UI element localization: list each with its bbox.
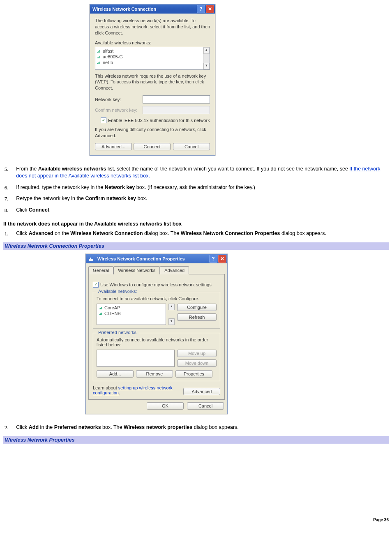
page-number: Page 36	[3, 518, 389, 522]
preferred-networks-list[interactable]	[97, 350, 175, 367]
network-name: ae8005-G	[103, 54, 123, 59]
signal-icon	[97, 60, 101, 64]
list-item[interactable]: CoreAP	[99, 305, 164, 311]
cancel-button[interactable]: Cancel	[187, 402, 224, 410]
scroll-up-icon[interactable]: ▴	[203, 47, 210, 54]
advanced-button[interactable]: Advanced...	[95, 143, 132, 150]
svg-rect-6	[97, 63, 98, 64]
add-button[interactable]: Add...	[97, 370, 134, 378]
svg-rect-8	[99, 62, 100, 64]
svg-rect-12	[100, 308, 101, 309]
available-networks-list[interactable]: ulfast ae8005-G net-b ▴ ▾	[95, 47, 210, 70]
svg-rect-14	[99, 314, 100, 315]
list-item[interactable]: ulfast	[97, 48, 201, 54]
dialog-title: Wireless Network Connection	[92, 7, 156, 12]
scrollbar[interactable]: ▴ ▾	[168, 304, 175, 325]
dialog-titlebar: Wireless Network Connection Properties ?…	[86, 254, 227, 263]
network-name: net-b	[103, 60, 113, 65]
list-item: From the Available wireless networks lis…	[16, 166, 389, 180]
signal-icon	[97, 55, 101, 59]
svg-rect-0	[97, 52, 98, 53]
list-item: Retype the network key in the Confirm ne…	[16, 195, 389, 203]
list-item[interactable]: CLIENB	[99, 311, 164, 316]
svg-rect-1	[99, 51, 99, 53]
signal-icon	[99, 306, 103, 310]
available-desc: To connect to an available network, clic…	[97, 296, 217, 301]
connect-button[interactable]: Connect	[134, 143, 171, 150]
bluebar-network-properties: Wireless Network Properties	[3, 436, 389, 444]
available-networks-list[interactable]: CoreAP CLIENB	[97, 304, 166, 325]
available-networks-label: Available wireless networks:	[95, 40, 210, 45]
use-windows-label: Use Windows to configure my wireless net…	[100, 282, 212, 287]
network-key-label: Network key:	[95, 97, 139, 102]
learn-about-text: Learn about setting up wireless network …	[93, 385, 175, 395]
signal-icon	[97, 49, 101, 53]
svg-rect-5	[99, 56, 100, 58]
list-item: Click Add in the Preferred networks box.…	[16, 424, 389, 431]
checkbox-icon: ✓	[101, 117, 106, 123]
list-item[interactable]: net-b	[97, 60, 201, 65]
move-up-button: Move up	[177, 350, 217, 357]
signal-icon	[99, 311, 103, 315]
network-key-input[interactable]	[143, 95, 210, 104]
close-icon[interactable]: ✕	[206, 5, 214, 13]
refresh-button[interactable]: Refresh	[177, 313, 217, 321]
scroll-down-icon[interactable]: ▾	[168, 318, 175, 325]
checkbox-icon: ✓	[93, 282, 99, 288]
svg-rect-10	[90, 258, 91, 259]
tab-advanced[interactable]: Advanced	[160, 266, 189, 274]
tabs: General Wireless Networks Advanced	[86, 263, 227, 274]
network-name: CoreAP	[104, 305, 120, 310]
scroll-up-icon[interactable]: ▴	[168, 304, 175, 310]
configure-button[interactable]: Configure	[177, 304, 217, 311]
list-item: Click Connect.	[16, 207, 389, 214]
wep-note: This wireless network requires the use o…	[95, 73, 210, 92]
preferred-desc: Automatically connect to available netwo…	[97, 337, 217, 347]
enable-8021x-checkbox[interactable]: ✓ Enable IEEE 802.1x authentication for …	[101, 117, 210, 123]
confirm-key-label: Confirm network key:	[95, 108, 139, 113]
svg-rect-15	[100, 313, 101, 315]
scrollbar[interactable]: ▴ ▾	[203, 47, 210, 69]
bluebar-properties: Wireless Network Connection Properties	[3, 242, 389, 250]
svg-rect-4	[99, 57, 99, 58]
svg-rect-16	[101, 313, 102, 315]
svg-rect-13	[101, 307, 102, 309]
available-networks-group: Available networks: To connect to an ava…	[93, 292, 220, 329]
list-item: Click Advanced on the Wireless Network C…	[16, 230, 389, 237]
wireless-connection-dialog: Wireless Network Connection ? ✕ The foll…	[90, 4, 215, 156]
group-legend: Available networks:	[97, 289, 139, 294]
svg-rect-7	[99, 62, 99, 64]
move-down-button: Move down	[177, 359, 217, 367]
close-icon[interactable]: ✕	[218, 255, 226, 263]
ok-button[interactable]: OK	[147, 402, 184, 410]
group-legend: Preferred networks:	[97, 330, 139, 335]
use-windows-checkbox[interactable]: ✓ Use Windows to configure my wireless n…	[93, 282, 220, 288]
help-icon[interactable]: ?	[209, 255, 217, 263]
cancel-button[interactable]: Cancel	[173, 143, 210, 150]
network-name: CLIENB	[104, 311, 121, 316]
dialog-titlebar: Wireless Network Connection ? ✕	[90, 5, 215, 14]
dialog-title: Wireless Network Connection Properties	[97, 256, 185, 261]
tab-wireless-networks[interactable]: Wireless Networks	[113, 266, 160, 274]
section-heading: If the network does not appear in the Av…	[3, 221, 389, 227]
dialog-intro: The following wireless network(s) are av…	[95, 18, 210, 36]
advanced-button[interactable]: Advanced	[183, 388, 220, 395]
svg-rect-11	[99, 309, 100, 309]
wireless-icon	[88, 256, 94, 262]
confirm-key-input	[143, 106, 210, 114]
difficulty-note: If you are having difficulty connecting …	[95, 127, 210, 139]
list-item[interactable]: ae8005-G	[97, 54, 201, 60]
svg-rect-2	[99, 50, 100, 53]
wireless-properties-dialog: Wireless Network Connection Properties ?…	[85, 254, 228, 414]
scroll-down-icon[interactable]: ▾	[203, 63, 210, 69]
preferred-networks-group: Preferred networks: Automatically connec…	[93, 333, 220, 381]
svg-rect-9	[89, 259, 93, 261]
help-icon[interactable]: ?	[197, 5, 205, 13]
network-name: ulfast	[103, 48, 113, 53]
svg-rect-3	[97, 58, 98, 58]
properties-button[interactable]: Properties	[175, 370, 212, 378]
remove-button[interactable]: Remove	[136, 370, 173, 378]
enable-8021x-label: Enable IEEE 802.1x authentication for th…	[108, 118, 210, 123]
tab-general[interactable]: General	[88, 266, 113, 274]
list-item: If required, type the network key in the…	[16, 184, 389, 191]
